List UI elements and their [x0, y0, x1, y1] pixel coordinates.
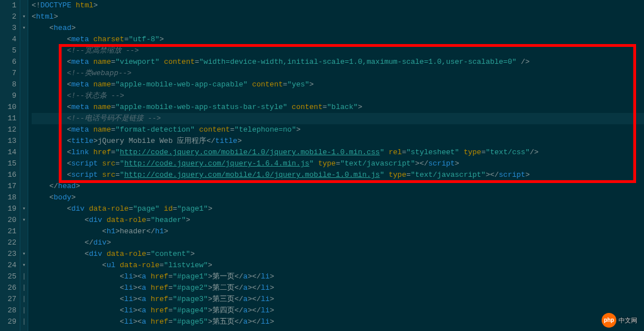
- fold-marker[interactable]: ▾: [20, 23, 28, 34]
- line-number[interactable]: 15: [0, 158, 16, 169]
- code-line[interactable]: <li><a href="#page4">第四页</a></li>: [32, 305, 644, 316]
- code-line[interactable]: <li><a href="#page1">第一页</a></li>: [32, 271, 644, 282]
- line-number[interactable]: 24: [0, 260, 16, 271]
- fold-marker[interactable]: │: [20, 271, 28, 282]
- code-line[interactable]: <ul data-role="listview">: [32, 260, 644, 271]
- line-number[interactable]: 26: [0, 282, 16, 294]
- fold-marker[interactable]: [20, 113, 28, 124]
- line-number[interactable]: 10: [0, 102, 16, 113]
- line-number[interactable]: 23: [0, 249, 16, 260]
- code-line[interactable]: <li><a href="#page5">第五页</a></li>: [32, 316, 644, 328]
- fold-marker[interactable]: [20, 56, 28, 68]
- code-line[interactable]: <body>: [32, 192, 644, 203]
- code-line[interactable]: <meta charset="utf-8">: [32, 34, 644, 45]
- code-line[interactable]: <!--状态条 -->: [32, 90, 644, 102]
- line-number[interactable]: 6: [0, 56, 16, 68]
- fold-marker[interactable]: [20, 45, 28, 56]
- fold-marker[interactable]: [20, 68, 28, 79]
- line-number[interactable]: 28: [0, 305, 16, 316]
- fold-marker[interactable]: [20, 0, 28, 11]
- line-number[interactable]: 17: [0, 181, 16, 192]
- fold-marker[interactable]: [20, 237, 28, 249]
- code-line[interactable]: <li><a href="#page3">第三页</a></li>: [32, 294, 644, 305]
- code-line[interactable]: </head>: [32, 181, 644, 192]
- fold-marker[interactable]: [20, 136, 28, 147]
- code-editor[interactable]: 1234567891011121314151617181920212223242…: [0, 0, 644, 331]
- line-number[interactable]: 21: [0, 226, 16, 237]
- fold-marker[interactable]: [20, 181, 28, 192]
- fold-marker[interactable]: [20, 79, 28, 90]
- code-line[interactable]: </div>: [32, 237, 644, 249]
- code-line[interactable]: <meta name="viewport" content="width=dev…: [32, 56, 644, 68]
- line-number[interactable]: 11: [0, 113, 16, 124]
- fold-marker[interactable]: [20, 124, 28, 136]
- fold-marker[interactable]: │: [20, 305, 28, 316]
- line-number[interactable]: 1: [0, 0, 16, 11]
- line-number[interactable]: 25: [0, 271, 16, 282]
- code-line[interactable]: <!DOCTYPE html>: [32, 0, 644, 11]
- line-number[interactable]: 29: [0, 316, 16, 328]
- line-number[interactable]: 9: [0, 90, 16, 102]
- code-line[interactable]: <!--类webapp-->: [32, 68, 644, 79]
- line-number[interactable]: 22: [0, 237, 16, 249]
- line-number[interactable]: 19: [0, 203, 16, 215]
- code-line[interactable]: <html>: [32, 11, 644, 23]
- fold-marker[interactable]: [20, 34, 28, 45]
- line-number[interactable]: 14: [0, 147, 16, 158]
- code-line[interactable]: <li><a href="#page2">第二页</a></li>: [32, 282, 644, 294]
- fold-marker[interactable]: ▾: [20, 249, 28, 260]
- code-area[interactable]: <!DOCTYPE html><html> <head> <meta chars…: [28, 0, 644, 331]
- fold-marker[interactable]: [20, 90, 28, 102]
- line-number[interactable]: 18: [0, 192, 16, 203]
- watermark-logo: php: [602, 313, 616, 328]
- watermark: php 中文网: [602, 313, 637, 328]
- fold-marker[interactable]: [20, 226, 28, 237]
- line-number[interactable]: 4: [0, 34, 16, 45]
- line-number[interactable]: 13: [0, 136, 16, 147]
- fold-marker[interactable]: [20, 147, 28, 158]
- code-line[interactable]: <script src="http://code.jquery.com/jque…: [32, 158, 644, 169]
- code-line[interactable]: <script src="http://code.jquery.com/mobi…: [32, 169, 644, 181]
- code-line[interactable]: <div data-role="page" id="page1">: [32, 203, 644, 215]
- line-number[interactable]: 5: [0, 45, 16, 56]
- line-number[interactable]: 12: [0, 124, 16, 136]
- code-line[interactable]: <meta name="apple-mobile-web-app-status-…: [32, 102, 644, 113]
- fold-marker[interactable]: ▾: [20, 260, 28, 271]
- fold-marker[interactable]: [20, 158, 28, 169]
- fold-marker[interactable]: │: [20, 316, 28, 328]
- line-number[interactable]: 3: [0, 23, 16, 34]
- code-line[interactable]: <div data-role="content">: [32, 249, 644, 260]
- watermark-text: 中文网: [619, 316, 637, 325]
- fold-marker[interactable]: [20, 169, 28, 181]
- line-number[interactable]: 8: [0, 79, 16, 90]
- fold-marker[interactable]: [20, 192, 28, 203]
- code-line[interactable]: <!--电话号码不是链接 -->: [32, 113, 644, 124]
- code-line[interactable]: <!--宽高禁缩放 -->: [32, 45, 644, 56]
- code-line[interactable]: <h1>header</h1>: [32, 226, 644, 237]
- code-line[interactable]: <head>: [32, 23, 644, 34]
- line-number[interactable]: 16: [0, 169, 16, 181]
- line-number[interactable]: 27: [0, 294, 16, 305]
- fold-marker[interactable]: [20, 102, 28, 113]
- fold-marker[interactable]: ▾: [20, 203, 28, 215]
- fold-marker[interactable]: │: [20, 294, 28, 305]
- code-line[interactable]: <link href="http://code.jquery.com/mobil…: [32, 147, 644, 158]
- line-number-gutter[interactable]: 1234567891011121314151617181920212223242…: [0, 0, 20, 331]
- line-number[interactable]: 7: [0, 68, 16, 79]
- code-line[interactable]: <div data-role="header">: [32, 215, 644, 226]
- code-line[interactable]: <title>jQuery Mobile Web 应用程序</title>: [32, 136, 644, 147]
- code-line[interactable]: <meta name="format-detection" content="t…: [32, 124, 644, 136]
- line-number[interactable]: 2: [0, 11, 16, 23]
- fold-marker[interactable]: ▾: [20, 11, 28, 23]
- fold-marker[interactable]: ▾: [20, 215, 28, 226]
- line-number[interactable]: 20: [0, 215, 16, 226]
- fold-marker[interactable]: │: [20, 282, 28, 294]
- code-line[interactable]: <meta name="apple-mobile-web-app-capable…: [32, 79, 644, 90]
- fold-column[interactable]: ▾▾▾▾▾▾│││││: [20, 0, 28, 331]
